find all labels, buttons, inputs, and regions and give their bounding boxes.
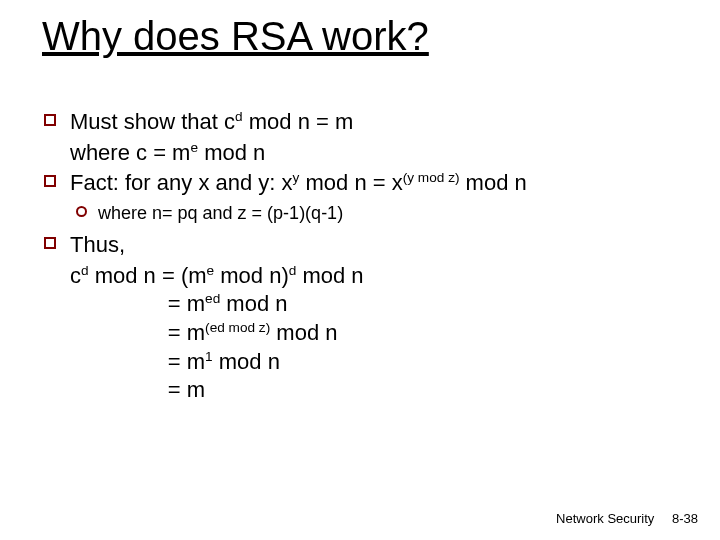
text: mod n) xyxy=(214,263,289,288)
superscript: e xyxy=(207,262,215,277)
text: mod n xyxy=(220,291,287,316)
slide-title: Why does RSA work? xyxy=(42,14,429,59)
text: mod n xyxy=(296,263,363,288)
superscript: e xyxy=(190,139,198,154)
text: mod n xyxy=(270,320,337,345)
circle-bullet-icon xyxy=(76,206,87,217)
superscript: (y mod z) xyxy=(403,170,460,185)
text: mod n = (m xyxy=(89,263,207,288)
sub-bullet-where: where n= pq and z = (p-1)(q-1) xyxy=(44,202,684,225)
square-bullet-icon xyxy=(44,175,56,187)
equation-line-1: cd mod n = (me mod n)d mod n xyxy=(70,262,684,291)
text: where c = m xyxy=(70,140,190,165)
text: where n= pq and z = (p-1)(q-1) xyxy=(98,203,343,223)
bullet-thus: Thus, xyxy=(44,231,684,260)
superscript: d xyxy=(235,109,243,124)
square-bullet-icon xyxy=(44,237,56,249)
text: c xyxy=(70,263,81,288)
text: mod n = m xyxy=(243,109,354,134)
text: = m xyxy=(70,349,205,374)
equation-line-2: = med mod n xyxy=(70,290,684,319)
text: Thus, xyxy=(70,232,125,257)
footer-page-number: 8-38 xyxy=(672,511,698,526)
bullet-fact: Fact: for any x and y: xy mod n = x(y mo… xyxy=(44,169,684,198)
text: Must show that c xyxy=(70,109,235,134)
square-bullet-icon xyxy=(44,114,56,126)
slide-body: Must show that cd mod n = m where c = me… xyxy=(44,108,684,405)
superscript: ed xyxy=(205,291,220,306)
equation-line-5: = m xyxy=(70,376,684,405)
equation-block: cd mod n = (me mod n)d mod n = med mod n… xyxy=(44,262,684,405)
text: mod n = x xyxy=(299,170,402,195)
text: = m xyxy=(70,377,205,402)
bullet-must-show: Must show that cd mod n = m xyxy=(44,108,684,137)
text: = m xyxy=(70,320,205,345)
superscript: d xyxy=(81,262,89,277)
text: Fact: for any x and y: x xyxy=(70,170,293,195)
text: mod n xyxy=(213,349,280,374)
text: mod n xyxy=(198,140,265,165)
footer: Network Security 8-38 xyxy=(556,511,698,526)
text: mod n xyxy=(459,170,526,195)
equation-line-3: = m(ed mod z) mod n xyxy=(70,319,684,348)
bullet-must-show-cont: where c = me mod n xyxy=(44,139,684,168)
superscript: (ed mod z) xyxy=(205,320,270,335)
footer-course: Network Security xyxy=(556,511,654,526)
slide: Why does RSA work? Must show that cd mod… xyxy=(0,0,720,540)
text: = m xyxy=(70,291,205,316)
equation-line-4: = m1 mod n xyxy=(70,348,684,377)
superscript: 1 xyxy=(205,348,213,363)
